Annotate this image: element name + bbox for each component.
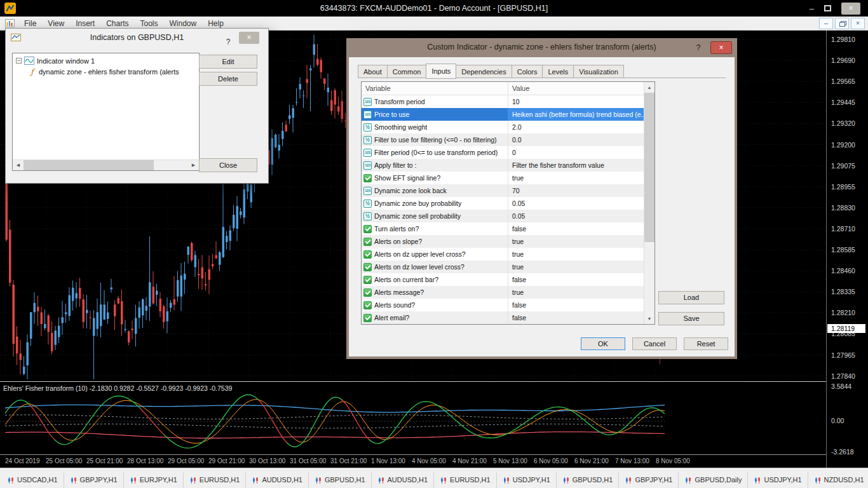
symbol-tab-audusd-h1[interactable]: AUDUSD,H1 — [372, 472, 435, 488]
custom-indicator-titlebar[interactable]: Custom Indicator - dynamic zone - ehlers… — [346, 38, 737, 57]
horizontal-scrollbar[interactable]: ◀ ▶ — [13, 159, 199, 170]
symbol-tab-usdjpy-h1[interactable]: USDJPY,H1 — [497, 472, 557, 488]
dialog-close-icon[interactable]: × — [239, 32, 259, 44]
maximize-button[interactable] — [824, 4, 831, 13]
value-cell[interactable]: 2.0 — [508, 121, 644, 133]
input-row[interactable]: ½Smoothing weight2.0 — [362, 121, 644, 133]
symbol-tab-usdjpy-h1[interactable]: USDJPY,H1 — [748, 472, 808, 488]
symbol-tab-audusd-h1[interactable]: AUDUSD,H1 — [246, 472, 309, 488]
input-row[interactable]: ½Dynamic zone sell probability0.05 — [362, 210, 644, 222]
chart-window-icon — [5, 19, 15, 27]
value-cell[interactable]: false — [508, 273, 644, 286]
value-cell[interactable]: true — [508, 172, 644, 184]
value-cell[interactable]: 70 — [508, 184, 644, 197]
input-row[interactable]: 123Filter period (0<= to use transform p… — [362, 146, 644, 159]
input-row[interactable]: Alerts on dz upper level cross?true — [362, 248, 644, 261]
value-cell[interactable]: true — [508, 248, 644, 261]
save-button[interactable]: Save — [658, 312, 724, 325]
help-icon[interactable]: ? — [694, 43, 703, 52]
scroll-down-icon[interactable]: ▼ — [644, 313, 654, 324]
time-axis-label: 4 Nov 05:00 — [412, 458, 446, 464]
value-cell[interactable]: 0.05 — [508, 197, 644, 210]
symbol-tab-label: GBPJPY,H1 — [635, 477, 672, 484]
symbol-tab-gbpusd-h1[interactable]: GBPUSD,H1 — [309, 472, 372, 488]
dialog-close-icon[interactable]: × — [710, 41, 732, 54]
input-row[interactable]: Alerts on current bar?false — [362, 273, 644, 286]
value-cell[interactable]: false — [508, 311, 644, 324]
value-cell[interactable]: true — [508, 235, 644, 248]
input-row[interactable]: Alerts message?true — [362, 286, 644, 299]
input-row[interactable]: Alerts on slope?true — [362, 235, 644, 248]
input-row[interactable]: Alerts on dz lower level cross?true — [362, 261, 644, 273]
tab-colors[interactable]: Colors — [512, 65, 543, 78]
value-cell[interactable]: 0.0 — [508, 133, 644, 146]
input-row[interactable]: Alerts sound?false — [362, 299, 644, 311]
symbol-tab-eurusd-h1[interactable]: EURUSD,H1 — [184, 472, 247, 488]
vertical-scrollbar[interactable]: ▲ ▼ — [644, 82, 654, 324]
chart-minimize-button[interactable]: – — [819, 18, 833, 29]
tree-item-indicator-window[interactable]: − Indicator window 1 — [13, 55, 199, 66]
tab-levels[interactable]: Levels — [542, 65, 574, 78]
close-button[interactable]: × — [841, 3, 860, 15]
tree-item-label: Indicator window 1 — [37, 57, 95, 65]
symbol-tab-gbpusd-h1[interactable]: GBPUSD,H1 — [557, 472, 620, 488]
ok-button[interactable]: OK — [581, 337, 625, 350]
tab-dependencies[interactable]: Dependencies — [456, 65, 512, 78]
help-icon[interactable]: ? — [224, 33, 233, 51]
scrollbar-thumb[interactable] — [644, 93, 654, 242]
input-row[interactable]: 123Transform period10 — [362, 95, 644, 108]
close-dialog-button[interactable]: Close — [199, 158, 257, 172]
input-row[interactable]: ½Dynamic zone buy probability0.05 — [362, 197, 644, 210]
value-cell[interactable]: false — [508, 299, 644, 311]
input-row[interactable]: Alert email?false — [362, 311, 644, 324]
delete-button[interactable]: Delete — [199, 72, 257, 86]
input-row[interactable]: Show EFT signal line?true — [362, 172, 644, 184]
input-row[interactable]: Turn alerts on?false — [362, 222, 644, 235]
tab-inputs[interactable]: Inputs — [426, 64, 456, 79]
input-row[interactable]: ½Filter to use for filtering (<=0 - no f… — [362, 133, 644, 146]
tab-common[interactable]: Common — [387, 65, 427, 78]
value-cell[interactable]: false — [508, 222, 644, 235]
input-row[interactable]: 123Price to useHeiken ashi (better formu… — [362, 108, 644, 121]
chart-close-button[interactable]: × — [851, 18, 865, 29]
symbol-tab-gbpjpy-h1[interactable]: GBPJPY,H1 — [619, 472, 679, 488]
tree-item-indicator[interactable]: ƒ dynamic zone - ehlers fisher transform… — [13, 66, 199, 77]
value-cell[interactable]: 10 — [508, 95, 644, 108]
value-cell[interactable]: Filter the fisher transform value — [508, 159, 644, 172]
symbol-tab-gbpjpy-h1[interactable]: GBPJPY,H1 — [64, 472, 124, 488]
input-row[interactable]: 123Dynamic zone look back70 — [362, 184, 644, 197]
value-cell[interactable]: 0.05 — [508, 210, 644, 222]
symbol-tab-nzdusd-h1[interactable]: NZDUSD,H1 — [808, 472, 868, 488]
tab-visualization[interactable]: Visualization — [573, 65, 624, 78]
scroll-left-icon[interactable]: ◀ — [13, 160, 24, 170]
symbol-tab-label: EURUSD,H1 — [450, 477, 491, 484]
chart-restore-button[interactable] — [835, 18, 849, 29]
minimize-button[interactable]: – — [810, 4, 814, 13]
symbol-tab-gbpusd-daily[interactable]: GBPUSD,Daily — [679, 472, 748, 488]
candlestick-icon — [377, 477, 385, 484]
indicators-dialog-titlebar[interactable]: Indicators on GBPUSD,H1 ? × — [6, 29, 268, 46]
cancel-button[interactable]: Cancel — [632, 337, 677, 350]
indicator-scale-min: -3.2618 — [831, 448, 854, 456]
symbol-tab-usdcad-h1[interactable]: USDCAD,H1 — [1, 472, 64, 488]
value-cell[interactable]: 0 — [508, 146, 644, 159]
window-titlebar[interactable]: 63443873: FXCM-AUDDemo01 - Demo Account … — [0, 0, 868, 17]
price-axis[interactable]: 1.298101.296901.295651.294451.293201.292… — [826, 30, 868, 468]
value-cell[interactable]: Heiken ashi (better formula) trend biase… — [508, 108, 644, 121]
value-cell[interactable]: true — [508, 286, 644, 299]
tree-collapse-icon[interactable]: − — [16, 58, 22, 64]
tab-about[interactable]: About — [358, 65, 388, 78]
symbol-tab-eurusd-h1[interactable]: EURUSD,H1 — [434, 472, 497, 488]
symbol-tab-eurjpy-h1[interactable]: EURJPY,H1 — [124, 472, 184, 488]
symbol-tab-bar: USDCAD,H1GBPJPY,H1EURJPY,H1EURUSD,H1AUDU… — [0, 468, 868, 488]
load-button[interactable]: Load — [658, 291, 724, 304]
input-row[interactable]: 123Apply filter to :Filter the fisher tr… — [362, 159, 644, 172]
reset-button[interactable]: Reset — [684, 337, 728, 350]
value-cell[interactable]: true — [508, 261, 644, 273]
scrollbar-thumb[interactable] — [24, 160, 154, 170]
candlestick-icon — [562, 477, 570, 484]
edit-button[interactable]: Edit — [199, 55, 257, 69]
scroll-right-icon[interactable]: ▶ — [188, 160, 199, 170]
scroll-up-icon[interactable]: ▲ — [644, 82, 654, 93]
indicator-list[interactable]: − Indicator window 1 ƒ dynamic zone - eh… — [12, 53, 200, 171]
